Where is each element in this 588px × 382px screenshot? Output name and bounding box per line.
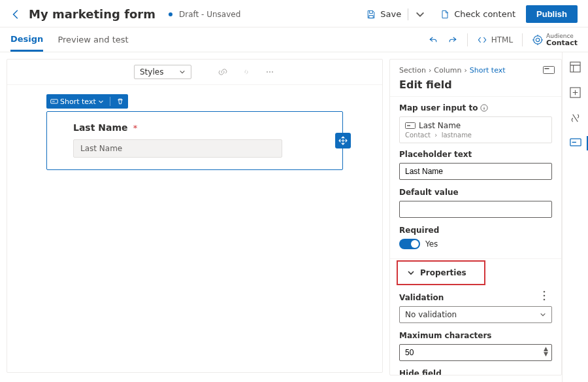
field-placeholder-preview: Last Name — [73, 139, 282, 158]
chevron-down-icon — [179, 69, 186, 75]
properties-expander[interactable]: Properties — [397, 260, 485, 285]
map-value-main: Last Name — [419, 121, 461, 130]
chevron-down-icon — [407, 269, 415, 277]
map-entity: Contact — [405, 131, 431, 139]
required-label: Required — [399, 226, 552, 235]
styles-dropdown[interactable]: Styles — [134, 65, 191, 79]
rail-settings-icon[interactable] — [570, 113, 581, 124]
svg-point-10 — [544, 291, 546, 293]
undo-button[interactable] — [428, 35, 438, 45]
chevron-down-icon — [98, 99, 104, 105]
edit-field-panel: Section › Column › Short text Edit field… — [389, 59, 562, 375]
textbox-icon — [405, 122, 416, 129]
tab-strip: Design Preview and test HTML Audience Co… — [0, 27, 588, 52]
redo-button[interactable] — [448, 35, 458, 45]
trash-icon — [116, 97, 124, 105]
audience-value: Contact — [546, 39, 578, 46]
back-arrow-icon[interactable] — [10, 9, 22, 20]
svg-rect-7 — [545, 68, 549, 69]
field-type-label: Short text — [60, 97, 96, 106]
placeholder-input[interactable] — [399, 163, 552, 180]
breadcrumb: Section › Column › Short text — [399, 66, 552, 75]
unlink-icon[interactable] — [241, 67, 252, 77]
hide-field-label: Hide field — [399, 369, 552, 375]
default-value-input[interactable] — [399, 201, 552, 218]
audience-button[interactable]: Audience Contact — [532, 33, 578, 46]
svg-point-3 — [269, 71, 270, 73]
rail-add-icon[interactable] — [570, 87, 581, 98]
html-label: HTML — [491, 35, 513, 44]
more-icon[interactable] — [265, 67, 275, 77]
save-label: Save — [380, 9, 401, 19]
svg-point-12 — [544, 299, 546, 301]
styles-label: Styles — [140, 67, 163, 77]
chevron-down-icon — [540, 311, 546, 318]
properties-more-icon[interactable] — [539, 290, 549, 301]
tab-design[interactable]: Design — [10, 28, 43, 52]
default-value-label: Default value — [399, 188, 552, 197]
crumb-column[interactable]: Column — [434, 66, 461, 75]
svg-point-2 — [267, 71, 268, 73]
publish-button[interactable]: Publish — [526, 5, 578, 23]
map-input-picker[interactable]: Last Name Contact › lastname — [399, 116, 552, 143]
link-icon[interactable] — [218, 67, 228, 77]
app-header: My marketing form Draft - Unsaved Save C… — [0, 0, 588, 27]
status-dot-icon — [169, 12, 172, 16]
tab-preview[interactable]: Preview and test — [57, 29, 128, 50]
field-chip: Short text — [46, 94, 128, 109]
divider — [408, 9, 408, 20]
rail-field-icon[interactable] — [570, 138, 581, 147]
canvas-toolbar: Styles — [7, 60, 382, 85]
svg-rect-6 — [544, 67, 555, 74]
info-icon[interactable] — [480, 104, 488, 112]
validation-dropdown[interactable]: No validation — [399, 306, 552, 323]
editor-body: Styles — [0, 52, 588, 382]
validation-label: Validation — [399, 293, 552, 302]
selected-field[interactable]: Short text Last Name * Last Name — [46, 111, 343, 170]
svg-rect-13 — [570, 62, 580, 72]
maxchars-input[interactable] — [399, 344, 552, 361]
required-toggle[interactable] — [399, 239, 420, 249]
svg-point-1 — [536, 38, 539, 41]
placeholder-label: Placeholder text — [399, 150, 552, 159]
page-title: My marketing form — [29, 7, 155, 21]
required-asterisk-icon: * — [133, 123, 138, 133]
stepper-down-icon[interactable]: ▼ — [544, 351, 548, 356]
crumb-section[interactable]: Section — [399, 66, 426, 75]
canvas-column: Styles — [0, 52, 389, 382]
svg-point-4 — [272, 71, 273, 73]
svg-point-0 — [534, 35, 542, 44]
maxchars-label: Maximum characters — [399, 331, 552, 340]
map-input-label: Map user input to — [399, 103, 552, 113]
rail-layout-icon[interactable] — [570, 61, 581, 73]
status-text: Draft - Unsaved — [179, 10, 240, 19]
save-menu-button[interactable] — [411, 7, 429, 22]
check-content-button[interactable]: Check content — [436, 7, 519, 22]
required-value: Yes — [425, 239, 438, 249]
field-chip-main[interactable]: Short text — [46, 97, 108, 106]
canvas-frame: Styles — [7, 59, 383, 373]
check-content-label: Check content — [454, 9, 515, 19]
panel-card-icon[interactable] — [543, 66, 555, 74]
delete-field-button[interactable] — [112, 97, 128, 105]
divider — [522, 33, 523, 46]
crumb-current: Short text — [470, 66, 506, 75]
svg-point-11 — [544, 295, 546, 297]
map-attr: lastname — [442, 131, 472, 139]
save-button[interactable]: Save — [362, 7, 405, 22]
field-label: Last Name — [73, 122, 128, 133]
textbox-icon — [50, 97, 58, 105]
move-handle-icon[interactable] — [335, 133, 351, 148]
properties-label: Properties — [420, 268, 466, 277]
panel-title: Edit field — [399, 78, 552, 91]
validation-value: No validation — [405, 310, 457, 319]
right-rail — [562, 52, 588, 382]
divider — [467, 33, 468, 46]
html-toggle-button[interactable]: HTML — [477, 35, 513, 45]
